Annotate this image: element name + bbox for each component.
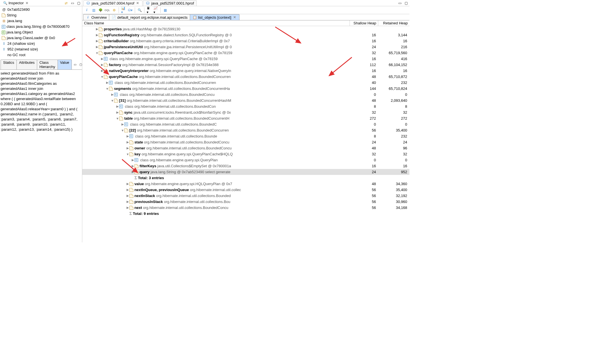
expand-arrow-icon[interactable]: ▶ xyxy=(126,134,129,138)
db-dropdown-icon[interactable]: ⛁▾ xyxy=(128,8,133,12)
info-icon[interactable]: i xyxy=(85,8,89,12)
col-retained-heap[interactable]: Retained Heap xyxy=(378,20,409,26)
tab-attributes[interactable]: Attributes xyxy=(16,60,37,69)
chart-icon[interactable]: 📊▾ xyxy=(121,8,126,12)
expand-arrow-icon[interactable]: ▶ xyxy=(126,188,129,192)
table-row[interactable]: ▶ state org.hibernate.internal.util.coll… xyxy=(82,139,409,145)
table-row[interactable]: ▶ previousInStack org.hibernate.internal… xyxy=(82,199,409,205)
filters-icon[interactable]: ▦ xyxy=(163,8,167,12)
expand-arrow-icon[interactable]: ▼ xyxy=(121,129,124,132)
table-row[interactable]: ▶C class org.hibernate.internal.util.col… xyxy=(82,133,409,139)
table-row[interactable]: ▶ nativeQueryInterpreter org.hibernate.e… xyxy=(82,68,409,74)
minimize-icon[interactable]: ▭ xyxy=(73,62,77,67)
object-tree[interactable]: ▶ properties java.util.HashMap @ 0x78159… xyxy=(82,26,409,242)
table-row[interactable]: ▶ factory org.hibernate.internal.Session… xyxy=(82,62,409,68)
tree-icon[interactable]: 🌳 xyxy=(98,8,103,12)
minimize-icon[interactable]: ▭ xyxy=(398,1,402,5)
table-row[interactable]: ▼ segments org.hibernate.internal.util.c… xyxy=(82,86,409,92)
gear-icon[interactable]: ⚙ xyxy=(112,8,116,12)
table-row[interactable]: ▼ [22] org.hibernate.internal.util.colle… xyxy=(82,127,409,133)
col-shallow-heap[interactable]: Shallow Heap xyxy=(350,20,378,26)
expand-arrow-icon[interactable]: ▶ xyxy=(100,63,104,67)
table-row[interactable]: ▶ value org.hibernate.engine.query.spi.H… xyxy=(82,181,409,187)
expand-arrow-icon[interactable]: ▶ xyxy=(95,33,99,37)
expand-arrow-icon[interactable]: ▶ xyxy=(95,39,99,43)
minimize-icon[interactable]: ▭ xyxy=(70,1,75,5)
oql-icon[interactable]: OQL xyxy=(105,8,110,12)
subtab-list-objects[interactable]: 📋 list_objects [context] ✕ xyxy=(190,14,239,20)
tab-class-hierarchy[interactable]: Class Hierarchy xyxy=(37,60,58,69)
export-icon[interactable]: 📈▾ xyxy=(154,8,158,12)
table-row[interactable]: ▶ nextInQueue, previousInQueue org.hiber… xyxy=(82,187,409,193)
expand-arrow-icon[interactable]: ▶ xyxy=(126,200,129,204)
expand-arrow-icon[interactable]: ▶ xyxy=(126,182,129,186)
tab-statics[interactable]: Statics xyxy=(1,60,17,69)
table-row[interactable]: ▶C class org.hibernate.engine.query.spi.… xyxy=(82,56,409,62)
editor-tab-1[interactable]: ⛁ java_pid52597.0001.hprof xyxy=(143,0,196,6)
table-row[interactable]: ▶C class org.hibernate.internal.util.col… xyxy=(82,80,409,86)
table-row[interactable]: ▶ nextInStack org.hibernate.internal.uti… xyxy=(82,193,409,199)
expand-arrow-icon[interactable]: ▶ xyxy=(121,122,124,126)
histogram-icon[interactable]: ▥ xyxy=(91,8,96,12)
expand-arrow-icon[interactable]: ▼ xyxy=(106,87,109,90)
table-row[interactable]: ▶ filterKeys java.util.Collections$Empty… xyxy=(82,163,409,169)
expand-arrow-icon[interactable]: ▶ xyxy=(131,164,134,168)
expand-arrow-icon[interactable]: ▼ xyxy=(116,117,119,120)
table-row[interactable]: ▶C class org.hibernate.internal.util.col… xyxy=(82,92,409,98)
table-row[interactable]: ▶ criteriaBuilder org.hibernate.query.cr… xyxy=(82,38,409,44)
field-type: class org.hibernate.internal.util.collec… xyxy=(135,134,217,138)
expand-arrow-icon[interactable]: ▶ xyxy=(95,27,99,31)
expand-arrow-icon[interactable]: ▶ xyxy=(126,194,129,198)
col-class-name[interactable]: Class Name xyxy=(82,20,350,26)
maximize-icon[interactable]: ▢ xyxy=(76,1,81,5)
table-row[interactable]: ▶ properties java.util.HashMap @ 0x78159… xyxy=(82,26,409,32)
close-icon[interactable]: ✕ xyxy=(135,1,140,5)
expand-arrow-icon[interactable]: ▶ xyxy=(116,105,119,108)
field-type: org.hibernate.query.criteria.internal.Cr… xyxy=(130,39,230,43)
table-row[interactable]: ▶C class org.hibernate.engine.query.spi.… xyxy=(82,157,409,163)
table-row[interactable]: ▶ query java.lang.String @ 0x7ab523490 s… xyxy=(82,169,409,175)
swap-icon[interactable]: ⇄ xyxy=(64,1,68,5)
expand-arrow-icon[interactable]: ▶ xyxy=(126,140,129,144)
expand-arrow-icon[interactable]: ▶ xyxy=(100,57,104,61)
table-row[interactable]: ▶ next org.hibernate.internal.util.colle… xyxy=(82,205,409,211)
expand-arrow-icon[interactable]: ▶ xyxy=(111,93,114,96)
table-row[interactable]: ▶ owner org.hibernate.internal.util.coll… xyxy=(82,145,409,151)
table-row[interactable]: Σ Total: 3 entries xyxy=(82,175,409,181)
search-icon[interactable]: 🔍 xyxy=(137,8,142,12)
expand-arrow-icon[interactable]: ▶ xyxy=(126,146,129,150)
subtab-default-report[interactable]: 📄 default_report org.eclipse.mat.api:sus… xyxy=(109,14,190,20)
table-row[interactable]: Σ Total: 9 entries xyxy=(82,211,409,217)
field-type: org.hibernate.internal.SessionFactoryImp… xyxy=(122,63,219,67)
close-icon[interactable]: ✕ xyxy=(232,15,237,20)
expand-arrow-icon[interactable]: ▼ xyxy=(111,99,114,102)
table-row[interactable]: ▼ key org.hibernate.engine.query.spi.Que… xyxy=(82,151,409,157)
expand-arrow-icon[interactable]: ▶ xyxy=(126,206,129,209)
tab-value[interactable]: Value xyxy=(58,60,72,69)
file-icon xyxy=(109,87,113,91)
maximize-icon[interactable]: ▢ xyxy=(404,1,408,5)
subtab-overview[interactable]: i Overview xyxy=(83,14,109,20)
table-row[interactable]: ▼ queryPlanCache org.hibernate.engine.qu… xyxy=(82,50,409,56)
expand-arrow-icon[interactable]: ▶ xyxy=(131,158,134,162)
table-row[interactable]: ▼ table org.hibernate.internal.util.coll… xyxy=(82,115,409,121)
table-row[interactable]: ▼ [31] org.hibernate.internal.util.colle… xyxy=(82,98,409,103)
table-row[interactable]: ▶C class org.hibernate.internal.util.col… xyxy=(82,103,409,109)
expand-arrow-icon[interactable]: ▼ xyxy=(126,153,129,156)
editor-tab-0[interactable]: ⛁ java_pid52597.0004.hprof ✕ xyxy=(83,0,142,6)
expand-arrow-icon[interactable]: ▼ xyxy=(95,51,99,55)
calc-icon[interactable]: 🖩▾ xyxy=(147,8,151,12)
table-row[interactable]: ▼ queryPlanCache org.hibernate.internal.… xyxy=(82,74,409,80)
expand-arrow-icon[interactable]: ▶ xyxy=(106,81,109,84)
table-row[interactable]: ▶ sqlFunctionRegistry org.hibernate.dial… xyxy=(82,32,409,38)
expand-arrow-icon[interactable]: ▶ xyxy=(95,45,99,49)
expand-arrow-icon[interactable]: ▶ xyxy=(116,111,119,114)
table-row[interactable]: ▶ sync java.util.concurrent.locks.Reentr… xyxy=(82,109,409,115)
table-row[interactable]: ▶ jpaPersistenceUnitUtil org.hibernate.j… xyxy=(82,44,409,50)
expand-arrow-icon[interactable]: ▶ xyxy=(131,170,134,174)
table-row[interactable]: ▶C class org.hibernate.internal.util.col… xyxy=(82,121,409,127)
close-icon[interactable]: ✕ xyxy=(25,1,29,5)
expand-arrow-icon[interactable]: ▶ xyxy=(100,69,104,73)
retained-heap-value: 272 xyxy=(378,116,409,120)
expand-arrow-icon[interactable]: ▼ xyxy=(100,75,104,79)
